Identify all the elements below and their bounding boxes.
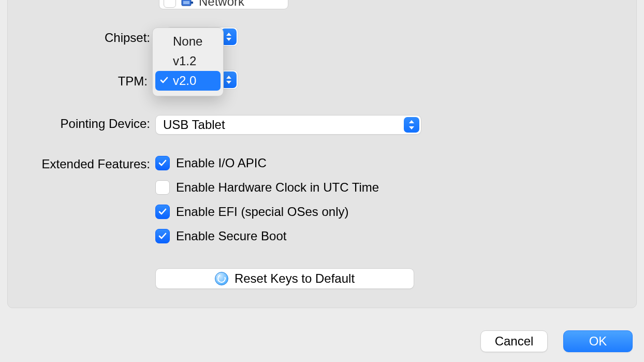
network-checkbox[interactable] (164, 0, 176, 8)
pointing-device-select[interactable]: USB Tablet (155, 115, 421, 135)
network-icon (181, 0, 194, 7)
extended-features-label: Extended Features: (0, 155, 155, 172)
tpm-option-none[interactable]: None (155, 32, 221, 51)
reset-keys-button[interactable]: Reset Keys to Default (155, 268, 414, 289)
svg-rect-2 (191, 2, 193, 4)
svg-rect-1 (183, 1, 189, 4)
tpm-option-v20[interactable]: v2.0 (155, 71, 221, 91)
tpm-dropdown-menu: None v1.2 v2.0 (152, 27, 224, 96)
tpm-option-v12[interactable]: v1.2 (155, 51, 221, 71)
boot-order-network-row[interactable]: Network (159, 0, 288, 9)
network-label: Network (199, 0, 244, 8)
checkmark-icon (159, 74, 169, 88)
cancel-button[interactable]: Cancel (480, 330, 548, 352)
chipset-label: Chipset: (0, 29, 155, 46)
efi-checkbox[interactable] (155, 205, 170, 219)
refresh-icon (215, 272, 228, 285)
updown-stepper-icon (404, 117, 419, 133)
hw-clock-label: Enable Hardware Clock in UTC Time (176, 180, 379, 195)
ok-button[interactable]: OK (563, 330, 633, 352)
reset-keys-label: Reset Keys to Default (235, 271, 355, 286)
tpm-label: TPM: (0, 73, 153, 89)
io-apic-checkbox[interactable] (155, 156, 170, 170)
secure-boot-label: Enable Secure Boot (176, 229, 286, 243)
efi-label: Enable EFI (special OSes only) (176, 205, 348, 219)
hw-clock-checkbox[interactable] (155, 180, 170, 195)
secure-boot-checkbox[interactable] (155, 229, 170, 243)
io-apic-label: Enable I/O APIC (176, 156, 267, 170)
pointing-device-value: USB Tablet (163, 118, 225, 132)
pointing-device-label: Pointing Device: (0, 115, 155, 132)
